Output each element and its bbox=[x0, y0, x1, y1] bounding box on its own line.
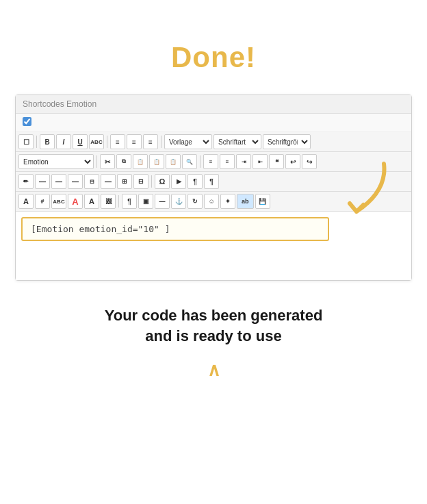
btn-hr1[interactable]: — bbox=[35, 174, 50, 189]
btn-align-left[interactable]: ≡ bbox=[110, 134, 125, 149]
btn-copy[interactable]: ⧉ bbox=[116, 154, 131, 169]
btn-emoji[interactable]: ☺ bbox=[204, 194, 219, 209]
btn-redo[interactable]: ↪ bbox=[302, 154, 317, 169]
bottom-caret-icon: ∧ bbox=[207, 360, 220, 381]
btn-play[interactable]: ▶ bbox=[171, 174, 186, 189]
editor-title-bar: Shortcodes Emotion bbox=[16, 95, 411, 114]
btn-strikethrough[interactable]: ABC bbox=[89, 134, 104, 149]
btn-edit[interactable]: ✏ bbox=[18, 174, 34, 189]
btn-table2[interactable]: ⊟ bbox=[133, 174, 148, 189]
select-vorlage[interactable]: Vorlage bbox=[164, 134, 212, 149]
sep3 bbox=[161, 136, 161, 148]
btn-paste3[interactable]: 📋 bbox=[166, 154, 181, 169]
btn-table-insert[interactable]: ⊞ bbox=[117, 174, 132, 189]
btn-ab[interactable]: ab bbox=[237, 194, 254, 209]
done-heading: Done! bbox=[171, 41, 256, 74]
btn-para3[interactable]: ¶ bbox=[122, 194, 137, 209]
btn-hr2[interactable]: — bbox=[51, 174, 66, 189]
btn-special[interactable]: ✦ bbox=[220, 194, 235, 209]
btn-list-ol[interactable]: ≡ bbox=[220, 154, 235, 169]
toolbar-row-1: ☐ B I U ABC ≡ ≡ ≡ Vorlage Schriftart Sch… bbox=[16, 132, 411, 152]
btn-bold[interactable]: B bbox=[40, 134, 55, 149]
btn-hr4[interactable]: — bbox=[101, 174, 116, 189]
select-emotion[interactable]: Emotion bbox=[18, 154, 94, 169]
btn-font-a1[interactable]: A bbox=[68, 194, 83, 209]
btn-hash[interactable]: # bbox=[35, 194, 50, 209]
btn-omega[interactable]: Ω bbox=[155, 174, 170, 189]
editor-content: [Emotion emotion_id="10" ] bbox=[16, 212, 411, 280]
btn-para2[interactable]: ¶ bbox=[204, 174, 219, 189]
btn-hr3[interactable]: — bbox=[68, 174, 83, 189]
btn-quote[interactable]: ❝ bbox=[269, 154, 284, 169]
btn-para[interactable]: ¶ bbox=[187, 174, 203, 189]
btn-line2[interactable]: — bbox=[155, 194, 170, 209]
editor-check-row bbox=[16, 114, 411, 132]
btn-doc[interactable]: ☐ bbox=[18, 134, 34, 149]
btn-cut[interactable]: ✂ bbox=[100, 154, 115, 169]
sep7 bbox=[118, 195, 119, 207]
btn-anchor[interactable]: ⚓ bbox=[171, 194, 186, 209]
btn-italic[interactable]: I bbox=[56, 134, 71, 149]
bottom-message: Your code has been generated and is read… bbox=[105, 305, 323, 346]
select-schriftart[interactable]: Schriftart bbox=[214, 134, 261, 149]
btn-font-a2[interactable]: A bbox=[84, 194, 99, 209]
btn-media[interactable]: ▣ bbox=[138, 194, 153, 209]
btn-align-center[interactable]: ≡ bbox=[127, 134, 142, 149]
btn-outdent[interactable]: ⇤ bbox=[253, 154, 268, 169]
toolbar-row-2: Emotion ✂ ⧉ 📋 📋 📋 🔍 ≡ ≡ ⇥ ⇤ ❝ ↩ ↪ bbox=[16, 152, 411, 172]
editor-checkbox[interactable] bbox=[23, 117, 31, 126]
toolbar-row-4: A # ABC A A 🖼 ¶ ▣ — ⚓ ↻ ☺ ✦ ab 💾 bbox=[16, 192, 411, 212]
btn-abc3[interactable]: ABC bbox=[51, 194, 66, 209]
sep4 bbox=[96, 155, 97, 168]
sep2 bbox=[107, 136, 107, 148]
btn-paste2[interactable]: 📋 bbox=[149, 154, 164, 169]
btn-format[interactable]: ⊟ bbox=[84, 174, 99, 189]
btn-undo[interactable]: ↩ bbox=[285, 154, 300, 169]
select-schriftgrosse[interactable]: Schriftgröße bbox=[263, 134, 311, 149]
btn-indent[interactable]: ⇥ bbox=[236, 154, 251, 169]
sep5 bbox=[200, 155, 200, 168]
btn-refresh[interactable]: ↻ bbox=[187, 194, 203, 209]
sep6 bbox=[151, 175, 152, 188]
shortcode-output: [Emotion emotion_id="10" ] bbox=[21, 217, 329, 241]
btn-paste1[interactable]: 📋 bbox=[133, 154, 148, 169]
btn-save[interactable]: 💾 bbox=[255, 194, 270, 209]
btn-align-right[interactable]: ≡ bbox=[143, 134, 158, 149]
toolbar-row-3: ✏ — — — ⊟ — ⊞ ⊟ Ω ▶ ¶ ¶ bbox=[16, 172, 411, 192]
editor-title: Shortcodes Emotion bbox=[23, 99, 96, 109]
btn-img[interactable]: 🖼 bbox=[101, 194, 116, 209]
btn-fontsize[interactable]: A bbox=[18, 194, 34, 209]
sep1 bbox=[36, 136, 37, 148]
btn-underline[interactable]: U bbox=[73, 134, 88, 149]
btn-find[interactable]: 🔍 bbox=[182, 154, 197, 169]
editor-mock: Shortcodes Emotion ☐ B I U ABC ≡ ≡ ≡ Vor… bbox=[15, 94, 412, 281]
btn-list-ul[interactable]: ≡ bbox=[203, 154, 218, 169]
